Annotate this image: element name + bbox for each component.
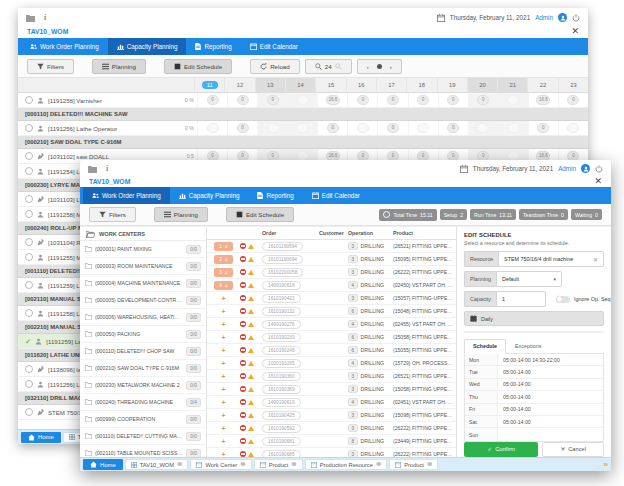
close-tab-icon[interactable]: ⊗ (291, 461, 296, 468)
hour-cell[interactable] (408, 121, 438, 135)
schedule-day-row[interactable]: Tue05:00-14:00 (465, 366, 603, 378)
hour-cell[interactable]: 0 (227, 121, 257, 135)
nav-tab-edit-calendar[interactable]: Edit Calendar (241, 38, 307, 55)
planning-button[interactable]: Planning (92, 59, 146, 74)
zoom-out-icon[interactable] (315, 63, 322, 70)
taskbar-tab[interactable]: Product⊗ (254, 459, 303, 471)
power-icon[interactable] (572, 14, 580, 22)
user-menu[interactable]: Admin (535, 14, 553, 21)
drag-handle-icon[interactable]: ≡ (225, 283, 228, 288)
work-center-item[interactable]: (000001) PAINT MIXING0/0 (80, 241, 206, 258)
hour-cell[interactable]: 0 (438, 121, 468, 135)
hour-cell[interactable]: 0 (197, 93, 227, 107)
filters-button[interactable]: Filters (27, 59, 74, 74)
hour-cell[interactable]: 0 (468, 93, 498, 107)
planning-button[interactable]: Planning (154, 207, 208, 222)
order-row[interactable]: +16101903693DRILLING(15058) FITTING UPPE… (207, 383, 456, 396)
order-number[interactable]: 1610190132 (262, 307, 301, 316)
planning-select[interactable]: Default ▾ (496, 271, 562, 287)
resource-input[interactable]: STEM 750/16/4 drill machine ✕ (498, 251, 604, 267)
nav-tab-capacity-planning[interactable]: Capacity Planning (108, 38, 187, 55)
schedule-day-row[interactable]: Sun (465, 428, 603, 440)
nav-tab-reporting[interactable]: Reporting (248, 187, 302, 204)
filters-button[interactable]: Filters (89, 207, 136, 222)
taskbar-tab[interactable]: Product⊗ (389, 459, 438, 471)
folder-icon[interactable] (26, 14, 35, 22)
order-number[interactable]: 1610190239 (262, 333, 301, 342)
close-tab-icon[interactable]: ⊗ (177, 461, 182, 468)
zoom-in-icon[interactable] (335, 63, 342, 70)
rank-badge[interactable]: 2≡ (214, 255, 232, 264)
add-icon[interactable]: + (221, 373, 225, 380)
hour-cell[interactable] (498, 93, 528, 107)
hour-column-20[interactable]: 20 (467, 78, 497, 92)
hour-column-14[interactable]: 14 (285, 78, 315, 92)
cancel-button[interactable]: ✕Cancel (542, 442, 604, 457)
home-button[interactable]: Home (21, 432, 61, 443)
order-row[interactable]: +10201932654DRILLING(15729) OH. PROCESSE… (207, 357, 456, 370)
timeline-pager[interactable]: ‹ › (357, 59, 402, 74)
daily-capacity-input[interactable] (464, 331, 604, 333)
radio-button[interactable] (25, 195, 33, 203)
hour-cell[interactable] (197, 121, 227, 135)
overflow-chevron-icon[interactable]: » (604, 460, 608, 469)
col-customer[interactable]: Customer (319, 230, 348, 236)
radio-button[interactable] (25, 167, 33, 175)
confirm-button[interactable]: ✓Confirm (464, 442, 538, 457)
order-number[interactable]: 1499190276 (262, 320, 301, 329)
radio-button[interactable] (25, 281, 33, 289)
work-center-item[interactable]: (000005) DEVELOPMENT-CONTROL-SALES0/0 (80, 292, 206, 309)
close-tab-icon[interactable]: ⊗ (240, 461, 245, 468)
work-center-item[interactable]: (000210) SAW DOAL TYPE C-916M0/0 (80, 360, 206, 377)
radio-button[interactable] (25, 309, 33, 317)
tab-schedule[interactable]: Schedule (464, 339, 506, 354)
add-icon[interactable]: + (221, 386, 225, 393)
order-number[interactable]: 1499190619 (262, 398, 301, 407)
order-row[interactable]: +16101901326DRILLING(15048) FITTING UPPE… (207, 305, 456, 318)
radio-button[interactable] (25, 365, 33, 373)
order-number[interactable]: 1610190425 (262, 411, 301, 420)
hour-cell[interactable]: 0 (377, 121, 407, 135)
hour-cell[interactable]: 0 (257, 93, 287, 107)
user-menu[interactable]: Admin (558, 165, 576, 172)
hour-cell[interactable] (287, 121, 317, 135)
hour-column-16[interactable]: 16 (346, 78, 376, 92)
hour-column-23[interactable]: 23 (558, 78, 588, 92)
schedule-day-row[interactable]: Sat05:00-14:00 (465, 416, 603, 428)
work-center-item[interactable]: (000006) WAREHOUSING, HEATING...0/0 (80, 309, 206, 326)
add-icon[interactable]: + (221, 334, 225, 341)
work-center-item[interactable]: (000999) COOPERATION0/0 (80, 411, 206, 428)
hour-column-17[interactable]: 17 (376, 78, 406, 92)
home-button[interactable]: Home (83, 459, 123, 470)
order-row[interactable]: +16101906853DRILLING(26222) FITTING UPPE… (207, 448, 456, 457)
work-center-item[interactable]: (001110) DELETED!! CUTTING MACHINE0/0 (80, 428, 206, 445)
hour-column-15[interactable]: 15 (315, 78, 345, 92)
hour-cell[interactable]: 0 (317, 121, 347, 135)
nav-tab-capacity-planning[interactable]: Capacity Planning (170, 187, 249, 204)
taskbar-tab[interactable]: Work Center⊗ (190, 459, 251, 471)
close-icon[interactable]: ✕ (594, 177, 602, 186)
order-number[interactable]: 1610190369 (262, 385, 301, 394)
order-number[interactable]: 1499190618 (262, 281, 301, 290)
order-number[interactable]: 16102200058 (262, 268, 303, 277)
work-center-item[interactable]: (000004) MACHINE MAINTENANCE0/0 (80, 275, 206, 292)
power-icon[interactable] (595, 165, 603, 173)
info-icon[interactable]: i (106, 164, 108, 173)
hour-cell[interactable]: 0 (347, 93, 377, 107)
order-number[interactable]: 16101190594 (262, 242, 303, 251)
work-center-item[interactable]: (000050) PACKING0/0 (80, 326, 206, 343)
hour-cell[interactable] (257, 121, 287, 135)
hour-cell[interactable]: 0 (528, 121, 558, 135)
rank-badge[interactable]: 1≡ (214, 242, 232, 251)
work-center-item[interactable]: (000003) ROOM MAINTENANCE0/0 (80, 258, 206, 275)
hour-cell[interactable]: 0 (377, 93, 407, 107)
order-number[interactable]: 1610190360 (262, 372, 301, 381)
hour-column-21[interactable]: 21 (497, 78, 527, 92)
order-row[interactable]: +16101904253DRILLING(15098) FITTING UPPE… (207, 409, 456, 422)
col-operation[interactable]: Operation (348, 230, 393, 236)
add-icon[interactable]: + (221, 308, 225, 315)
drag-handle-icon[interactable]: ≡ (225, 244, 228, 249)
today-dot-icon[interactable] (377, 64, 382, 69)
rank-badge[interactable]: 3≡ (214, 268, 232, 277)
hour-column-11[interactable]: 11 (194, 78, 224, 92)
